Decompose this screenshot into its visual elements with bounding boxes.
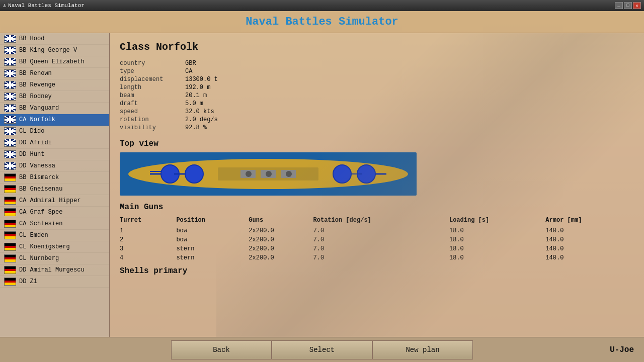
ship-name: BB Queen Elizabeth — [19, 58, 85, 65]
ship-list-item[interactable]: CA Norfolk — [0, 114, 109, 126]
flag-icon — [4, 127, 16, 135]
table-cell: 2x200.0 — [249, 244, 313, 253]
bottom-buttons: Back Select New plan — [50, 340, 594, 359]
table-row: 4stern2x200.07.018.0140.0 — [120, 253, 634, 262]
ship-list-item[interactable]: DD Afridi — [0, 137, 109, 149]
table-cell: 7.0 — [313, 244, 449, 253]
table-row: 2bow2x200.07.018.0140.0 — [120, 235, 634, 244]
ship-name: CL Emden — [19, 232, 48, 239]
ship-list-item[interactable]: BB Hood — [0, 33, 109, 45]
table-cell: 140.0 — [545, 244, 634, 253]
class-name: Class Norfolk — [120, 41, 634, 53]
table-cell: 18.0 — [449, 253, 545, 262]
flag-icon — [4, 173, 16, 182]
table-cell: stern — [176, 253, 249, 262]
table-cell: 2 — [120, 235, 176, 244]
table-cell: 7.0 — [313, 235, 449, 244]
table-cell: 7.0 — [313, 226, 449, 236]
flag-icon — [4, 93, 16, 101]
ship-name: CL Dido — [19, 128, 44, 135]
game-area: Naval Battles Simulator BB HoodBB King G… — [0, 11, 644, 362]
ship-name: BB Hood — [19, 35, 44, 42]
info-value: 92.8 % — [185, 124, 286, 131]
info-value: CA — [185, 68, 286, 75]
info-label: length — [120, 84, 185, 91]
table-column-header: Armor [mm] — [545, 216, 634, 226]
ship-list-item[interactable]: BB Vanguard — [0, 103, 109, 114]
titlebar-controls[interactable]: _ □ ✕ — [615, 2, 641, 9]
flag-icon — [4, 58, 16, 66]
table-column-header: Loading [s] — [449, 216, 545, 226]
table-column-header: Guns — [249, 216, 313, 226]
ship-list-item[interactable]: DD Z1 — [0, 276, 109, 288]
flag-icon — [4, 254, 16, 262]
flag-icon — [4, 116, 16, 124]
ship-list-item[interactable]: BB Gneisenau — [0, 184, 109, 195]
table-cell: 4 — [120, 253, 176, 262]
ship-list-item[interactable]: DD Hunt — [0, 149, 109, 160]
maximize-button[interactable]: □ — [624, 2, 632, 9]
new-plan-button[interactable]: New plan — [372, 340, 473, 359]
ship-list-item[interactable]: CA Admiral Hipper — [0, 195, 109, 207]
ship-list-item[interactable]: BB Rodney — [0, 91, 109, 103]
top-view-label: Top view — [120, 139, 634, 148]
flag-icon — [4, 69, 16, 77]
table-cell: 140.0 — [545, 253, 634, 262]
ship-list-item[interactable]: BB Renown — [0, 68, 109, 79]
ship-name: CA Schlesien — [19, 220, 62, 227]
select-button[interactable]: Select — [272, 340, 372, 359]
info-label: draft — [120, 100, 185, 107]
ship-name: BB Vanguard — [19, 105, 59, 112]
info-label: speed — [120, 108, 185, 115]
ship-list-item[interactable]: CA Schlesien — [0, 218, 109, 230]
ship-name: BB King George V — [19, 47, 77, 54]
ship-list-item[interactable]: CL Nurnberg — [0, 253, 109, 264]
table-cell: 2x200.0 — [249, 253, 313, 262]
ship-list-item[interactable]: BB Bismarck — [0, 172, 109, 184]
titlebar-left: ⚓ Naval Battles Simulator — [3, 3, 85, 9]
ship-list-item[interactable]: DD Vanessa — [0, 160, 109, 172]
table-cell: 140.0 — [545, 226, 634, 236]
ship-diagram-wrap — [120, 152, 634, 196]
minimize-button[interactable]: _ — [615, 2, 623, 9]
ship-name: DD Z1 — [19, 278, 37, 285]
ship-list-item[interactable]: BB Revenge — [0, 79, 109, 91]
svg-point-11 — [333, 165, 351, 183]
info-label: beam — [120, 92, 185, 99]
table-cell: 2x200.0 — [249, 226, 313, 236]
table-cell: 3 — [120, 244, 176, 253]
table-row: 1bow2x200.07.018.0140.0 — [120, 226, 634, 236]
table-column-header: Turret — [120, 216, 176, 226]
back-button[interactable]: Back — [171, 340, 272, 359]
svg-point-4 — [185, 165, 203, 183]
ship-name: DD Hunt — [19, 151, 44, 158]
info-value: 13300.0 t — [185, 76, 286, 83]
ship-list-item[interactable]: BB Queen Elizabeth — [0, 56, 109, 68]
ship-list-item[interactable]: CL Koenigsberg — [0, 241, 109, 253]
info-value: 192.0 m — [185, 84, 286, 91]
info-value: 2.0 deg/s — [185, 116, 286, 123]
ship-list-item[interactable]: CA Graf Spee — [0, 207, 109, 218]
flag-icon — [4, 220, 16, 228]
ship-top-view — [120, 152, 417, 196]
table-cell: 7.0 — [313, 253, 449, 262]
svg-point-8 — [246, 171, 252, 177]
ship-name: DD Afridi — [19, 139, 52, 146]
ship-name: CA Graf Spee — [19, 209, 62, 216]
app-icon: ⚓ — [3, 3, 6, 9]
info-value: 20.1 m — [185, 92, 286, 99]
ship-name: BB Revenge — [19, 81, 55, 88]
info-label: type — [120, 68, 185, 75]
info-label: country — [120, 60, 185, 67]
ship-list-item[interactable]: CL Dido — [0, 126, 109, 137]
ship-list-item[interactable]: BB King George V — [0, 45, 109, 56]
guns-table: TurretPositionGunsRotation [deg/s]Loadin… — [120, 216, 634, 262]
flag-icon — [4, 150, 16, 158]
flag-icon — [4, 162, 16, 170]
close-button[interactable]: ✕ — [633, 2, 641, 9]
flag-icon — [4, 266, 16, 274]
svg-point-10 — [286, 171, 292, 177]
flag-icon — [4, 81, 16, 89]
ship-list-item[interactable]: CL Emden — [0, 230, 109, 241]
ship-list-item[interactable]: DD Amiral Murgescu — [0, 264, 109, 276]
